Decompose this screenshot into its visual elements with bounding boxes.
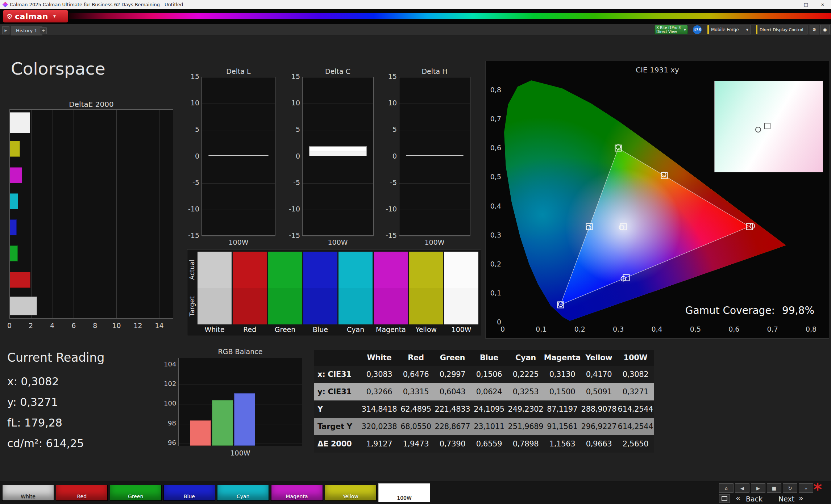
patch-label: Yellow — [409, 326, 443, 333]
cie-1931-panel: CIE 1931 xy — [486, 61, 829, 339]
power-button[interactable]: ◉ — [820, 25, 830, 34]
patch-button-magenta[interactable]: Magenta — [271, 485, 323, 501]
reading-line: y: 0,3271 — [7, 396, 58, 408]
patch-compare-strip: Actual Target WhiteRedGreenBlueCyanMagen… — [187, 249, 481, 336]
y-axis-tick-label: -5 — [288, 178, 300, 186]
meter-selector-button[interactable]: X-Rite i1Pro 3 Direct View ▼ — [655, 25, 688, 34]
table-header-cell: 100W — [617, 350, 654, 366]
table-cell: 228,8677 — [434, 418, 471, 435]
rgb-balance-title: RGB Balance — [218, 348, 263, 356]
gridline — [202, 157, 275, 157]
gridline — [53, 110, 53, 318]
rgb-balance-chart: RGB Balance 100W 1041021009896 — [164, 347, 306, 456]
y-axis-tick-label: 98 — [164, 419, 176, 427]
y-axis-tick-label: -15 — [288, 231, 300, 239]
home-icon[interactable]: ⌂ — [719, 483, 734, 493]
y-axis-tick-label: 15 — [385, 72, 397, 80]
y-axis-tick-label: -5 — [187, 178, 199, 186]
patch-target-red — [233, 288, 267, 324]
patch-button-yellow[interactable]: Yellow — [325, 485, 377, 501]
patch-button-green[interactable]: Green — [110, 485, 162, 501]
next-button[interactable]: Next — [778, 495, 794, 503]
patch-target-cyan — [338, 288, 373, 324]
y-axis-tick-label: -5 — [385, 178, 397, 186]
patch-button-label: Blue — [164, 494, 215, 499]
gridline — [399, 104, 470, 104]
gridline — [303, 104, 373, 104]
patch-target-white — [198, 288, 232, 324]
measured-marker-blue — [558, 302, 564, 307]
y-axis-tick-label: 10 — [385, 99, 397, 107]
window-title: Calman 2025 Calman Ultimate for Business… — [10, 2, 781, 7]
calman-gear-icon: ⚙ — [7, 12, 13, 20]
tab-history-1[interactable]: History 1 — [11, 26, 42, 35]
close-button[interactable]: × — [814, 0, 831, 9]
deltae-chart-title: DeltaE 2000 — [69, 100, 113, 109]
x-axis-tick-label: 6 — [71, 322, 76, 329]
patch-button-cyan[interactable]: Cyan — [217, 485, 269, 501]
patch-label: Cyan — [338, 326, 373, 333]
delta-c-chart: Delta C 100W 151050-5-10-15 — [288, 67, 374, 251]
gridline — [303, 77, 373, 77]
patch-target-magenta — [374, 288, 408, 324]
source-selector-button[interactable]: Mobile Forge ▼ — [707, 25, 751, 34]
deltae-bar-magenta — [10, 167, 22, 183]
play-icon[interactable]: ▶ — [751, 483, 765, 493]
add-tab-button[interactable]: + — [40, 27, 47, 34]
settings-gear-button[interactable]: ⚙ — [810, 25, 819, 34]
minimize-button[interactable]: — — [781, 0, 798, 9]
calman-logo-button[interactable]: ⚙ calman ▼ — [3, 10, 68, 22]
gamut-coverage: Gamut Coverage: 99,8% — [685, 304, 814, 316]
patch-button-label: Red — [56, 494, 107, 499]
table-cell: 0,3271 — [617, 383, 654, 400]
meter-name: X-Rite i1Pro 3 — [656, 26, 681, 30]
back-chevron-icon[interactable]: « — [736, 494, 740, 503]
x-axis-tick-label: 12 — [133, 322, 142, 329]
table-cell: 320,0238 — [361, 418, 398, 435]
patch-button-100w[interactable]: 100W — [378, 483, 430, 502]
cie-title: CIE 1931 xy — [636, 66, 679, 74]
gridline — [303, 157, 373, 157]
deltae-bar-green — [10, 245, 18, 261]
gridline — [202, 130, 275, 130]
display-control-button[interactable]: Direct Display Control — [756, 25, 807, 34]
patch-label: Magenta — [374, 326, 408, 333]
actual-row-label: Actual — [188, 252, 197, 288]
forward-icon[interactable]: » — [799, 483, 813, 493]
cie-x-tick-label: 0,1 — [536, 325, 547, 333]
back-button[interactable]: Back — [746, 495, 763, 503]
y-axis-tick-label: 5 — [385, 125, 397, 133]
stop-icon[interactable]: ■ — [767, 483, 781, 493]
maximize-button[interactable]: □ — [798, 0, 814, 9]
table-row-label: ΔE 2000 — [314, 435, 361, 453]
target-row-label: Target — [188, 288, 197, 324]
next-chevron-icon[interactable]: » — [799, 494, 803, 503]
delta-h-plot-area — [399, 77, 470, 236]
patch-target-green — [268, 288, 302, 324]
layout-button[interactable] — [719, 494, 730, 503]
table-cell: 1,1563 — [544, 435, 581, 453]
table-row-label: x: CIE31 — [314, 366, 361, 383]
patch-button-blue[interactable]: Blue — [163, 485, 215, 501]
patch-button-red[interactable]: Red — [56, 485, 108, 501]
rgb-bar-red — [190, 420, 211, 446]
gridline — [159, 110, 159, 318]
patch-button-white[interactable]: White — [2, 485, 54, 501]
titlebar: Calman 2025 Calman Ultimate for Business… — [0, 0, 831, 9]
table-cell: 23,1011 — [471, 418, 507, 435]
table-cell: 0,4170 — [581, 366, 617, 383]
gridline — [399, 77, 470, 77]
table-cell: 296,9227 — [581, 418, 617, 435]
table-header-cell: Blue — [471, 350, 507, 366]
delta-l-plot-area — [201, 77, 275, 236]
cie-x-tick-label: 0,2 — [574, 325, 585, 333]
tab-scroll-button[interactable]: ▶ — [2, 26, 9, 34]
refresh-icon[interactable]: ↻ — [783, 483, 797, 493]
delta-c-plot-area — [302, 77, 374, 236]
gridline — [179, 365, 302, 365]
delta-l-bar — [208, 155, 269, 156]
delta-c-xlabel: 100W — [328, 238, 348, 246]
rewind-icon[interactable]: ◀ — [735, 483, 749, 493]
gridline — [303, 130, 373, 130]
tab-bar: ▶ History 1 + X-Rite i1Pro 3 Direct View… — [0, 24, 831, 36]
